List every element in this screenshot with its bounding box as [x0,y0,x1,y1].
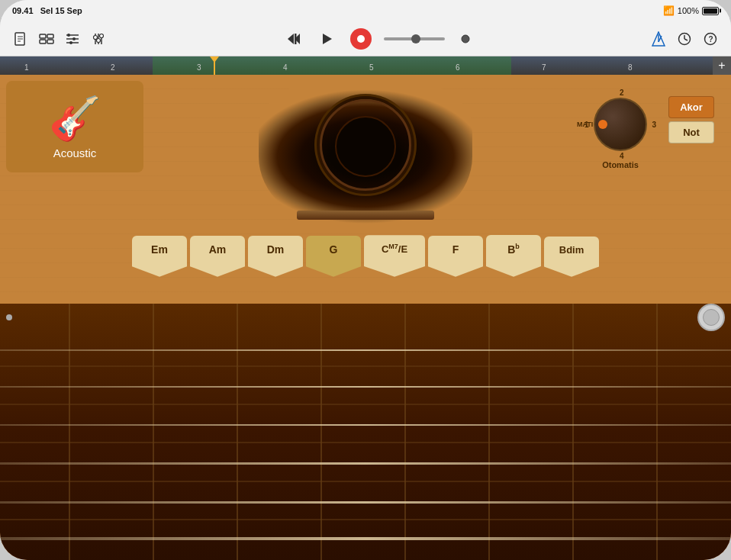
chord-cm7e-button[interactable]: CM7/E [364,235,425,276]
guitar-body-shape [251,75,480,227]
guitar-string-2[interactable] [0,386,731,388]
chord-am-container: Am [190,236,245,277]
fret-col-4 [320,304,322,560]
toolbar-center [283,28,474,50]
ruler-mark-6: 6 [456,56,460,75]
svg-point-18 [97,38,101,42]
soundhole-center [335,116,396,177]
svg-line-30 [684,39,688,40]
guitar-string-3[interactable] [0,424,731,426]
clock-button[interactable] [676,31,693,47]
chord-bdim-container: Bdim [544,237,599,277]
playhead-triangle [210,56,219,63]
chord-am-button[interactable]: Am [190,236,245,277]
guitar-string-5[interactable] [0,501,731,504]
record-dot [357,35,365,43]
chord-mode-button[interactable]: Akor [668,96,714,118]
fret-col-1 [69,304,70,560]
toolbar-right: ? [650,31,719,47]
instrument-panel[interactable]: 🎸 Acoustic [6,81,143,172]
metronome-button[interactable] [650,31,667,47]
fret-line-2 [0,404,731,405]
status-time-date: 09.41 Sel 15 Sep [12,6,82,15]
svg-rect-6 [40,40,46,43]
chord-dm-button[interactable]: Dm [248,236,303,277]
fret-line-3 [0,442,731,443]
chord-bb-container: Bb [486,235,541,277]
ruler-mark-5: 5 [369,56,374,75]
svg-marker-20 [288,34,294,44]
svg-point-24 [462,35,469,43]
guitar-string-4[interactable] [0,462,731,465]
fret-line-5 [0,519,731,520]
home-button[interactable] [697,304,725,331]
fret-col-2 [153,304,154,560]
toolbar: ? [0,21,731,56]
svg-point-17 [94,35,98,39]
record-button[interactable] [350,28,372,50]
ruler[interactable]: 1 2 3 4 5 6 7 8 [0,56,713,75]
chord-bdim-button[interactable]: Bdim [544,237,599,277]
chord-g-container: G [306,236,361,277]
chord-g-button[interactable]: G [306,236,361,277]
fretboard[interactable] [0,304,731,560]
autoplay-area: 2 1 3 4 MATI Otomatis [586,90,655,169]
svg-rect-4 [40,34,46,38]
rewind-button[interactable] [283,28,304,50]
new-song-button[interactable] [12,31,29,47]
chord-f-button[interactable]: F [428,236,483,277]
ruler-mark-1: 1 [24,56,29,75]
svg-point-13 [69,41,72,44]
playhead [214,56,215,75]
guitar-string-6[interactable] [0,537,731,540]
view-toggle-button[interactable] [38,31,55,47]
status-icons: 📶 100% [663,5,719,16]
fret-line-4 [0,481,731,482]
add-section-button[interactable]: + [713,56,731,75]
guitar-bridge [297,211,434,220]
guitar-area: 🎸 Acoustic 2 1 3 [0,75,731,560]
fret-col-3 [237,304,238,560]
instrument-icon: 🎸 [49,94,101,143]
mixer-button[interactable] [90,31,107,47]
battery-fill [704,8,717,14]
guitar-resonator [221,75,510,243]
svg-point-12 [72,37,76,40]
guitar-string-1[interactable] [0,349,731,351]
note-mode-button[interactable]: Not [668,121,714,143]
svg-point-11 [67,34,70,37]
fret-col-7 [572,304,574,560]
device-frame: 09.41 Sel 15 Sep 📶 100% [0,0,731,560]
timeline-marker[interactable] [457,31,474,47]
knob-off-label: MATI [577,121,593,128]
fret-col-6 [488,304,490,560]
guitar-soundhole [259,75,472,224]
side-button[interactable] [6,314,12,320]
svg-rect-5 [47,34,53,38]
chord-em-button[interactable]: Em [132,236,187,277]
autoplay-knob[interactable]: MATI [594,98,647,151]
ruler-mark-2: 2 [111,56,115,75]
volume-slider[interactable] [384,37,445,40]
wifi-icon: 📶 [663,5,675,16]
toolbar-left [12,31,107,47]
play-button[interactable] [317,28,338,50]
ruler-mark-4: 4 [283,56,288,75]
chord-f-container: F [428,236,483,277]
knob-label-2: 2 [620,89,624,97]
fret-line-1 [0,365,731,367]
date: Sel 15 Sep [40,6,82,15]
help-button[interactable]: ? [702,31,719,47]
fret-col-5 [404,304,406,560]
volume-thumb [411,34,420,43]
chord-bb-button[interactable]: Bb [486,235,541,277]
chord-dm-container: Dm [248,236,303,277]
fret-col-8 [656,304,658,560]
knob-indicator-dot [598,120,607,129]
svg-rect-7 [47,40,53,43]
timeline: 1 2 3 4 5 6 7 8 + [0,56,731,75]
ruler-mark-8: 8 [628,56,633,75]
svg-point-19 [100,34,104,37]
tracks-button[interactable] [64,31,81,47]
chord-buttons-row: Em Am Dm G CM7/E F Bb [0,235,731,277]
